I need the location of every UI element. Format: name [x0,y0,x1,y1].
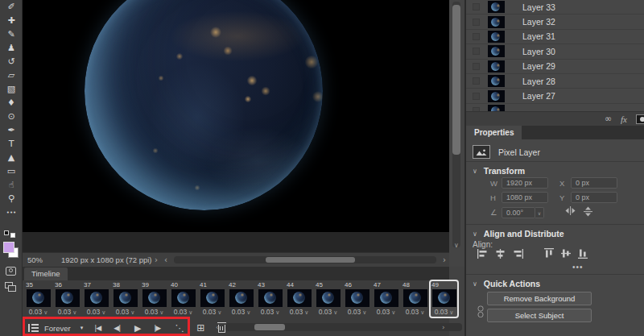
tab-properties[interactable]: Properties [466,126,522,139]
visibility-toggle[interactable] [473,48,480,55]
blur-tool-icon[interactable]: ♦ [0,96,23,110]
frame-delay-select[interactable]: 0.03∨ [29,308,48,316]
visibility-toggle[interactable] [473,93,480,100]
link-dimensions-icon[interactable] [477,305,485,320]
timeline-frame-41[interactable]: 410.03∨ [199,281,225,317]
transform-section-header[interactable]: ∨ Transform [473,166,525,176]
timeline-scrollbar[interactable] [225,323,462,331]
layer-row[interactable]: Layer 27 [466,89,644,103]
frame-delay-select[interactable]: 0.03∨ [145,308,164,316]
frame-thumbnail[interactable] [229,289,254,307]
timeline-frame-36[interactable]: 360.03∨ [54,281,80,317]
timeline-scroll-right-arrow[interactable]: › [442,323,445,331]
zoom-tool-icon[interactable]: ⚲ [0,192,23,205]
frame-delay-select[interactable]: 0.03∨ [348,308,367,316]
layer-thumbnail[interactable] [488,105,505,111]
layer-thumbnail[interactable] [488,45,505,57]
frame-delay-select[interactable]: 0.03∨ [174,308,193,316]
quick-mask-button[interactable] [0,266,23,277]
layer-row[interactable]: Layer 28 [466,74,644,89]
frame-thumbnail[interactable] [114,289,138,307]
layer-row-partial[interactable] [466,104,644,111]
timeline-frame-49[interactable]: 490.03∨ [431,281,457,317]
loop-count-select[interactable]: Forever [44,324,71,333]
align-left-edges-icon[interactable] [477,249,488,260]
type-tool-icon[interactable]: T [0,137,23,151]
canvas-horizontal-scrollbar[interactable] [174,256,436,263]
tab-timeline[interactable]: Timeline [24,268,68,280]
visibility-toggle[interactable] [473,19,480,26]
loop-dropdown-icon[interactable]: ▾ [80,325,84,331]
timeline-frame-38[interactable]: 380.03∨ [112,281,138,317]
y-field[interactable]: 0 px [571,192,617,203]
frame-thumbnail[interactable] [374,289,398,307]
rectangle-tool-icon[interactable]: ▭ [0,164,23,178]
brush-tool-icon[interactable]: ✎ [0,27,23,41]
dodge-tool-icon[interactable]: ⊙ [0,110,23,123]
document-canvas[interactable] [23,0,449,232]
layer-row[interactable]: Layer 29 [466,60,644,74]
timeline-frame-40[interactable]: 400.03∨ [170,281,196,317]
timeline-scroll-thumb[interactable] [254,324,285,330]
angle-field[interactable]: 0.00° [502,207,535,218]
align-vertical-centers-icon[interactable] [561,248,571,260]
timeline-frame-48[interactable]: 480.03∨ [402,281,428,317]
frame-delay-select[interactable]: 0.03∨ [232,308,251,316]
layer-thumbnail[interactable] [488,31,505,43]
canvas-hscroll-thumb[interactable] [266,257,355,263]
foreground-color-swatch[interactable] [3,242,14,253]
screen-mode-button[interactable] [0,280,23,293]
frame-thumbnail[interactable] [27,289,51,307]
timeline-frame-37[interactable]: 370.03∨ [83,281,109,317]
swap-colors-icon[interactable] [0,230,23,239]
frame-delay-select[interactable]: 0.03∨ [377,308,396,316]
flip-horizontal-icon[interactable] [565,206,576,218]
timeline-frame-43[interactable]: 430.03∨ [257,281,283,317]
layer-thumbnail[interactable] [488,75,505,87]
frame-delay-select[interactable]: 0.03∨ [261,308,280,316]
layer-thumbnail[interactable] [488,16,505,28]
duplicate-frame-button[interactable]: ⊞ [194,321,207,334]
flip-vertical-icon[interactable] [584,206,592,218]
frame-thumbnail[interactable] [200,289,225,307]
align-top-edges-icon[interactable] [544,248,554,260]
frame-delay-select[interactable]: 0.03∨ [435,308,454,316]
layer-thumbnail[interactable] [488,90,505,102]
eraser-tool-icon[interactable]: ▱ [0,68,23,82]
gradient-tool-icon[interactable]: ▧ [0,82,23,96]
play-button[interactable]: ▶ [131,321,144,334]
timeline-frame-45[interactable]: 450.03∨ [315,281,341,317]
layer-row[interactable]: Layer 32 [466,15,644,29]
height-field[interactable]: 1080 px [502,192,548,203]
previous-frame-button[interactable]: ◀| [110,321,123,334]
frame-delay-select[interactable]: 0.03∨ [58,308,77,316]
visibility-toggle[interactable] [473,77,480,85]
hand-tool-icon[interactable]: ☝ [0,178,23,192]
frame-delay-select[interactable]: 0.03∨ [290,308,309,316]
align-right-edges-icon[interactable] [513,249,523,260]
canvas-scroll-down-arrow[interactable]: ∨ [452,242,460,249]
align-more-options[interactable]: ••• [572,263,584,272]
width-field[interactable]: 1920 px [502,177,548,189]
frame-thumbnail[interactable] [316,289,341,307]
visibility-toggle[interactable] [473,3,480,10]
layer-thumbnail[interactable] [488,1,505,13]
clone-stamp-tool-icon[interactable]: ♟ [0,41,23,55]
timeline-frame-39[interactable]: 390.03∨ [141,281,167,317]
timeline-frame-46[interactable]: 460.03∨ [344,281,370,317]
quick-actions-header[interactable]: ∨ Quick Actions [473,279,540,288]
visibility-toggle[interactable] [473,63,480,70]
visibility-toggle[interactable] [473,33,480,40]
frame-delay-select[interactable]: 0.03∨ [203,308,222,316]
align-section-header[interactable]: ∨ Align and Distribute [473,229,564,239]
remove-background-button[interactable]: Remove Background [487,292,592,305]
frame-thumbnail[interactable] [85,289,109,307]
spot-healing-brush-tool-icon[interactable]: ✚ [0,14,23,27]
timeline-frame-47[interactable]: 470.03∨ [373,281,399,317]
align-horizontal-centers-icon[interactable] [495,249,506,260]
frame-thumbnail[interactable] [258,289,283,307]
layer-row[interactable]: Layer 31 [466,30,644,44]
first-frame-button[interactable]: |◀ [91,321,104,334]
layer-row[interactable]: Layer 33 [466,0,644,15]
frame-thumbnail[interactable] [171,289,196,307]
